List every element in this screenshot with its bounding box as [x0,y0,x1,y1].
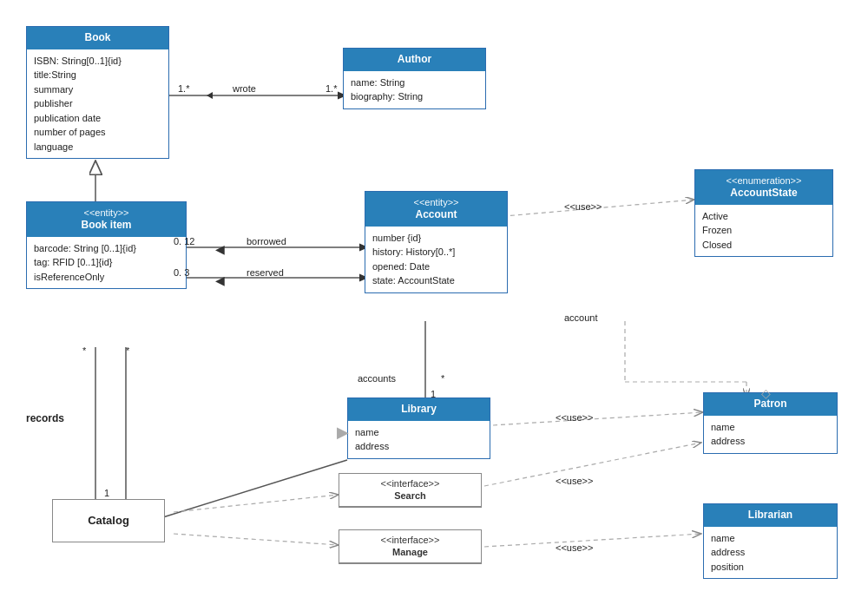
svg-line-18 [174,495,339,512]
librarian-box: Librarian name address position [703,503,838,579]
catalog-body: Catalog [53,500,164,542]
book-box: Book ISBN: String[0..1]{id} title:String… [26,26,169,159]
svg-marker-5 [207,92,213,99]
svg-line-16 [152,460,347,521]
mult-star-right: * [126,345,129,356]
search-header: <<interface>>Search [339,474,481,507]
bookitem-title: Book item [81,219,131,231]
accountstate-body: Active Frozen Closed [695,205,832,257]
wrote-label: wrote [233,83,256,94]
mult-1-lib: 1 [431,389,436,399]
librarian-header: Librarian [704,504,837,527]
account-title: Account [416,208,457,220]
library-box: Library name address [347,397,490,459]
mult-1star-right: 1.* [326,83,337,94]
use-label-patron: <<use>> [556,412,593,423]
catalog-box: Catalog [52,499,165,542]
librarian-body: name address position [704,527,837,579]
accountstate-header: <<enumeration>> AccountState [695,170,832,205]
book-title: Book [85,31,111,43]
account-label: account [564,312,598,323]
author-box: Author name: String biography: String [343,48,486,109]
book-header: Book [27,27,168,49]
account-body: number {id} history: History[0..*] opene… [365,227,507,292]
patron-diamond: ◇ [761,386,771,400]
library-title: Library [401,403,437,415]
nav-arrow-reserved: ◀ [215,273,225,287]
uml-diagram: Book ISBN: String[0..1]{id} title:String… [0,0,868,611]
author-header: Author [344,49,485,71]
library-body: name address [348,421,490,458]
svg-line-19 [174,534,339,545]
reserved-label: reserved [247,267,284,278]
bookitem-body: barcode: String [0..1]{id} tag: RFID [0.… [27,237,186,289]
accountstate-box: <<enumeration>> AccountState Active Froz… [694,169,833,257]
library-header: Library [348,398,490,421]
account-header: <<entity>> Account [365,192,507,227]
bookitem-box: <<entity>> Book item barcode: String [0.… [26,201,187,289]
nav-arrow-borrowed: ◀ [215,242,225,256]
book-body: ISBN: String[0..1]{id} title:String summ… [27,49,168,159]
accountstate-title: AccountState [730,187,797,199]
author-title: Author [398,53,431,65]
records-label: records [26,412,64,424]
svg-line-11 [493,412,703,425]
borrowed-label: borrowed [247,236,286,246]
librarian-title: Librarian [748,509,792,521]
catalog-title: Catalog [88,514,129,527]
use-label-manage: <<use>> [556,542,593,553]
use-label-top: <<use>> [564,201,602,212]
mult-star-left: * [82,345,86,356]
search-box: <<interface>>Search [339,473,482,508]
reserved-mult: 0. 3 [174,267,189,278]
author-body: name: String biography: String [344,71,485,108]
mult-star-accounts: * [441,373,444,384]
bookitem-header: <<entity>> Book item [27,202,186,237]
mult-1star-left: 1.* [178,83,189,94]
use-label-search: <<use>> [556,476,593,486]
account-box: <<entity>> Account number {id} history: … [365,191,508,293]
patron-box: Patron name address [703,392,838,454]
manage-box: <<interface>>Manage [339,529,482,564]
patron-body: name address [704,416,837,453]
borrowed-mult: 0. 12 [174,236,194,246]
library-nav-arrow: ▶ [337,423,349,442]
manage-header: <<interface>>Manage [339,530,481,563]
accounts-label: accounts [358,373,396,384]
mult-1-catalog: 1 [104,488,109,498]
